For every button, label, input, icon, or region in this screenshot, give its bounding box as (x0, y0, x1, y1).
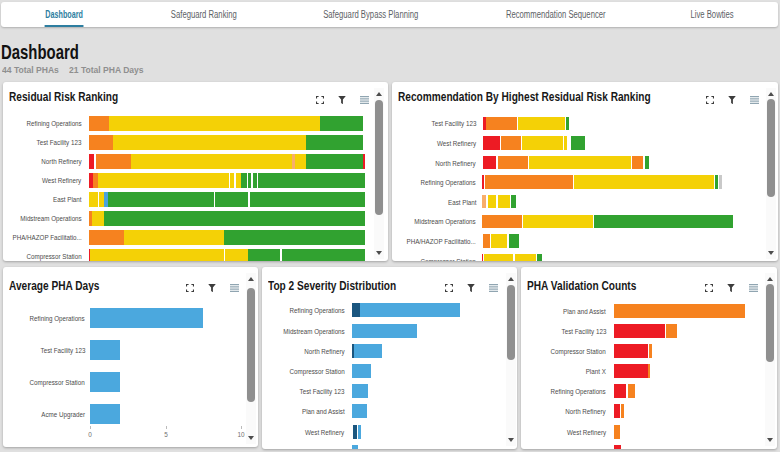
menu-icon[interactable] (228, 282, 240, 294)
panel-title: Residual Risk Ranking (9, 90, 118, 104)
bar-refining-operations (614, 384, 636, 398)
scrollbar-up-arrow[interactable] (767, 277, 773, 281)
bar-compressor-station (89, 249, 365, 262)
bar-west-refinery (352, 425, 361, 439)
category-label: Refining Operations (289, 306, 344, 315)
bar-segment-green (306, 135, 363, 150)
bar-segment-green (537, 254, 542, 261)
bar-segment-green (282, 249, 365, 262)
bar-segment-light_blue (352, 324, 417, 338)
bar-east-plant (89, 192, 365, 207)
page-stats: 44 Total PHAs 21 Total PHA Days (0, 64, 300, 76)
bar-test-facility-123 (614, 324, 678, 338)
bar-segment-red (614, 384, 626, 398)
filter-icon[interactable] (726, 94, 738, 106)
bar-pha-hazop-facilitatio- (89, 230, 365, 245)
category-label: Compressor Station (289, 366, 344, 375)
scrollbar-thumb[interactable] (247, 288, 255, 402)
x-axis-tick-label: 0 (88, 430, 92, 439)
bar-segment-light_blue (358, 425, 361, 439)
filter-icon[interactable] (336, 94, 348, 106)
fullscreen-icon[interactable] (443, 282, 455, 294)
bar-midstream-operations (89, 211, 365, 226)
category-label: Midstream Operations (283, 326, 344, 335)
chart-vertical-scrollbar[interactable] (765, 273, 775, 446)
bar-segment-yellow (98, 173, 229, 188)
scrollbar-up-arrow[interactable] (248, 277, 254, 281)
chart-vertical-scrollbar[interactable] (766, 88, 776, 259)
scrollbar-thumb[interactable] (375, 100, 383, 215)
category-label: Midstream Operations (20, 214, 81, 223)
bar-segment-yellow (518, 117, 565, 131)
scrollbar-down-arrow[interactable] (767, 438, 773, 442)
bar-north-refinery (89, 154, 365, 169)
bar-segment-yellow (574, 175, 714, 189)
bar-refining-operations (482, 175, 722, 189)
fullscreen-icon[interactable] (704, 94, 716, 106)
panel-recommendation-by-highest-residual-risk-ranking: Recommendation By Highest Residual Risk … (392, 82, 778, 261)
filter-icon[interactable] (206, 282, 218, 294)
bar-segment-yellow (491, 234, 507, 248)
filter-icon[interactable] (465, 282, 477, 294)
chart-vertical-scrollbar[interactable] (506, 273, 516, 446)
fullscreen-icon[interactable] (184, 282, 196, 294)
category-label: Midstream Operations (415, 217, 476, 226)
scrollbar-up-arrow[interactable] (376, 92, 382, 96)
category-label: North Refinery (41, 157, 81, 166)
x-axis-tick-mark (241, 426, 242, 429)
category-label: Compressor Station (30, 378, 85, 387)
menu-icon[interactable] (358, 94, 370, 106)
panel-top-2-severity-distribution: Top 2 Severity DistributionRefining Oper… (262, 267, 517, 449)
bar-segment-red (614, 364, 648, 378)
bar-segment-orange (485, 175, 573, 189)
bar-segment-light_blue (354, 344, 382, 358)
category-label: West Refinery (42, 176, 81, 185)
bar-segment-red (614, 344, 648, 358)
fullscreen-icon[interactable] (314, 94, 326, 106)
menu-icon[interactable] (747, 282, 759, 294)
category-label: Compressor Station (421, 256, 476, 261)
bar-segment-pale_orange (482, 195, 486, 209)
bar-plan-and-assist (352, 404, 367, 418)
bar-segment-light_blue (352, 445, 358, 449)
bar-segment-yellow (99, 192, 104, 207)
bar-west-refinery (482, 136, 585, 150)
scrollbar-thumb[interactable] (767, 99, 775, 197)
bar-segment-yellow (484, 254, 514, 261)
scrollbar-down-arrow[interactable] (376, 251, 382, 255)
bar-segment-yellow (113, 135, 307, 150)
bar-test-facility-123 (89, 135, 364, 150)
category-label: Plan and Assist (302, 407, 345, 416)
bar-segment-green (253, 173, 257, 188)
total-pha-days-stat: 21 Total PHA Days (69, 64, 144, 75)
bar-segment-yellow (295, 154, 306, 169)
scrollbar-down-arrow[interactable] (768, 251, 774, 255)
scrollbar-down-arrow[interactable] (248, 436, 254, 440)
chart-vertical-scrollbar[interactable] (374, 88, 384, 259)
bar-pha-hazop-facilitatio- (482, 234, 519, 248)
bar-segment-red (614, 445, 621, 449)
bar-segment-green (645, 156, 649, 170)
bar-midstream-operations (352, 324, 417, 338)
bar-segment-red (483, 136, 500, 150)
filter-icon[interactable] (725, 282, 737, 294)
scrollbar-thumb[interactable] (507, 285, 515, 360)
scrollbar-up-arrow[interactable] (768, 92, 774, 96)
bar-segment-orange (486, 117, 518, 131)
bar-segment-yellow (529, 156, 632, 170)
menu-icon[interactable] (487, 282, 499, 294)
bar-segment-yellow (515, 254, 536, 261)
bar-segment-yellow (90, 249, 224, 262)
bar-segment-orange (89, 116, 110, 131)
scrollbar-up-arrow[interactable] (508, 277, 514, 281)
bar-segment-green (104, 211, 365, 226)
chart-vertical-scrollbar[interactable] (246, 273, 256, 444)
scrollbar-thumb[interactable] (766, 284, 774, 362)
menu-icon[interactable] (748, 94, 760, 106)
bar-segment-yellow (522, 136, 563, 150)
scrollbar-down-arrow[interactable] (508, 438, 514, 442)
fullscreen-icon[interactable] (703, 282, 715, 294)
bar-compressor-station (90, 372, 120, 392)
category-label: North Refinery (304, 346, 344, 355)
bar-segment-red (614, 404, 620, 418)
